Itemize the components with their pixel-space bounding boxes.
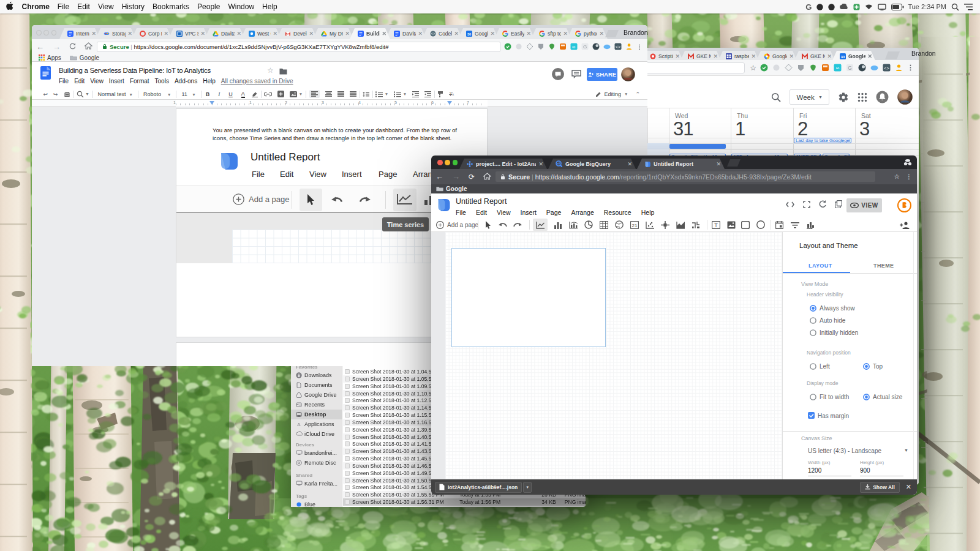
svg-text:∞: ∞ bbox=[572, 44, 575, 50]
svg-text:∞: ∞ bbox=[836, 66, 840, 71]
svg-text:<>: <> bbox=[616, 45, 620, 50]
svg-text:G: G bbox=[583, 44, 587, 50]
svg-text:G: G bbox=[848, 65, 852, 71]
svg-text:21: 21 bbox=[632, 223, 638, 228]
svg-text:30: 30 bbox=[841, 55, 845, 59]
svg-text:A: A bbox=[297, 422, 301, 427]
svg-text:30: 30 bbox=[467, 32, 471, 36]
svg-text:<>: <> bbox=[884, 66, 890, 71]
svg-text:T: T bbox=[714, 222, 718, 228]
